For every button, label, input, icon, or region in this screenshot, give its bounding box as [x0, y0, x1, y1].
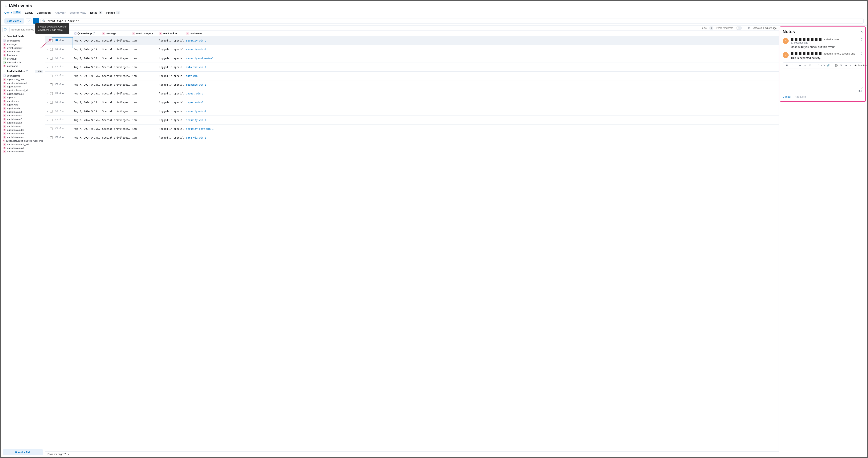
pin-icon[interactable] [59, 48, 61, 51]
note-icon[interactable] [55, 127, 58, 130]
row-checkbox[interactable] [50, 84, 53, 86]
cell-host[interactable]: response-win-1 [185, 84, 777, 86]
row-checkbox[interactable] [50, 119, 53, 121]
row-checkbox[interactable] [50, 110, 53, 113]
field-item[interactable]: tauditd.data.acct [1, 125, 45, 128]
tab-query[interactable]: Query1879 [4, 11, 21, 16]
field-item[interactable]: tauditd.data.a0 [1, 110, 45, 114]
more-icon[interactable]: ••• [62, 39, 65, 42]
row-checkbox[interactable] [50, 101, 53, 104]
refresh-icon[interactable]: ⟳ [748, 27, 750, 29]
more-icon[interactable]: ••• [62, 92, 65, 95]
rows-per-page-select[interactable]: Rows per page: 25 ⌄ [47, 453, 70, 456]
note-icon[interactable] [55, 65, 58, 68]
field-item[interactable]: tauditd.data.addr [1, 128, 45, 132]
more-icon[interactable]: ••• [62, 48, 65, 51]
pin-icon[interactable] [59, 65, 61, 68]
toggle-fields-button[interactable] [2, 27, 8, 32]
field-item[interactable]: tagent.id [1, 96, 45, 99]
delete-note-icon[interactable] [860, 38, 863, 41]
cell-host[interactable]: ingest-win-2 [185, 101, 777, 104]
row-checkbox[interactable] [50, 136, 53, 139]
field-item[interactable]: ipdestination.ip [1, 61, 45, 64]
row-checkbox[interactable] [50, 92, 53, 95]
field-item[interactable]: tagent.build.original [1, 81, 45, 85]
field-item[interactable]: tauditd.data.argc [1, 135, 45, 139]
note-icon[interactable] [55, 101, 58, 104]
cancel-button[interactable]: Cancel [783, 95, 791, 98]
pin-icon[interactable] [59, 101, 61, 104]
field-item[interactable]: tauditd.data.a1 [1, 114, 45, 117]
checklist-button[interactable]: ☑ [808, 63, 812, 68]
row-checkbox[interactable] [50, 66, 53, 68]
cell-host[interactable]: data-viz-win-1 [185, 136, 777, 139]
expand-icon[interactable]: ↗ [47, 65, 49, 68]
table-row[interactable]: ↗ ••• Aug 7, 2024 @ 15:23:… Special priv… [45, 133, 779, 142]
col-message[interactable]: tmessage [101, 32, 131, 35]
field-item[interactable]: tagent.hostname [1, 92, 45, 96]
field-item[interactable]: tauditd.data.cmd [1, 150, 45, 153]
pin-icon[interactable] [59, 39, 61, 42]
field-item[interactable]: tagent.ephemeral_id [1, 88, 45, 92]
event-renderers-toggle[interactable] [736, 27, 742, 30]
pin-icon[interactable] [59, 92, 61, 95]
table-row[interactable]: ↗ ••• Aug 7, 2024 @ 16:23:… Special priv… [45, 71, 779, 81]
expand-icon[interactable]: ↗ [47, 48, 49, 51]
pin-icon[interactable] [59, 136, 61, 139]
more-icon[interactable]: ••• [62, 83, 65, 86]
field-item[interactable]: tauditd.data.a2 [1, 117, 45, 121]
note-icon[interactable] [55, 110, 58, 113]
query-input[interactable] [47, 19, 862, 23]
more-icon[interactable]: ••• [62, 66, 65, 69]
table-row[interactable]: ↗ ••• Aug 7, 2024 @ 15:25:… Special priv… [45, 116, 779, 125]
expand-icon[interactable]: ↗ [47, 118, 49, 121]
row-checkbox[interactable] [50, 74, 53, 77]
table-row[interactable]: ↗ ••• Aug 7, 2024 @ 16:23:… Special priv… [45, 89, 779, 98]
expand-icon[interactable]: ↗ [47, 56, 49, 60]
note-icon[interactable] [55, 57, 58, 60]
table-row[interactable]: ↗ ••• Aug 7, 2024 @ 16:23:… Special priv… [45, 98, 779, 107]
expand-icon[interactable]: ↗ [47, 83, 49, 86]
cell-host[interactable]: ingest-win-1 [185, 92, 777, 95]
data-view-button[interactable]: Data view⌄ [4, 18, 24, 24]
note-textarea[interactable] [783, 69, 863, 89]
more-icon[interactable]: ••• [62, 57, 65, 60]
filter-button[interactable] [26, 19, 31, 24]
field-item[interactable]: tagent.name [1, 99, 45, 103]
expand-icon[interactable]: ↗ [47, 74, 49, 77]
quote-button[interactable]: ❝ [816, 63, 820, 68]
ai-button[interactable]: ✦ [844, 63, 848, 68]
field-item[interactable]: tevent.action [1, 50, 45, 53]
sort-down-icon[interactable]: ↓ [99, 32, 101, 35]
table-row[interactable]: ↗ ••• Aug 7, 2024 @ 15:25:… Special priv… [45, 107, 779, 116]
more-icon[interactable]: ••• [62, 119, 65, 122]
query-bar[interactable]: 🔍 [40, 18, 864, 24]
field-item[interactable]: ipsource.ip [1, 57, 45, 61]
cell-host[interactable]: security-win-2 [185, 39, 777, 42]
add-field-button[interactable]: ⊞Add a field [3, 449, 43, 455]
favorite-toggle-icon[interactable]: ☆ [4, 4, 7, 8]
expand-icon[interactable]: ↗ [47, 136, 49, 139]
pin-icon[interactable] [59, 110, 61, 113]
more-button[interactable]: ⋯ [849, 63, 854, 68]
field-item[interactable]: tagent.commit [1, 85, 45, 88]
field-item[interactable]: tauditd.data.audit_pid [1, 143, 45, 146]
field-item[interactable]: tuser.name [1, 64, 45, 68]
note-icon[interactable] [55, 118, 58, 122]
note-icon[interactable] [55, 83, 58, 86]
tab-esql[interactable]: ES|QL [25, 11, 33, 16]
close-icon[interactable]: ✕ [861, 30, 863, 33]
col-action[interactable]: tevent.action [158, 32, 185, 35]
note-icon[interactable] [55, 39, 58, 42]
expand-icon[interactable]: ↗ [47, 109, 49, 113]
ol-button[interactable]: ≡ [803, 63, 807, 68]
cell-host[interactable]: security-win-2 [185, 110, 777, 113]
row-checkbox[interactable] [50, 57, 53, 60]
row-checkbox[interactable] [50, 39, 53, 42]
pin-icon[interactable] [59, 74, 61, 78]
col-category[interactable]: tevent.category [131, 32, 158, 35]
expand-icon[interactable]: ↗ [47, 39, 49, 42]
field-item[interactable]: tauditd.data.auid [1, 146, 45, 150]
note-icon[interactable] [55, 136, 58, 139]
col-host[interactable]: thost.name [185, 32, 777, 35]
